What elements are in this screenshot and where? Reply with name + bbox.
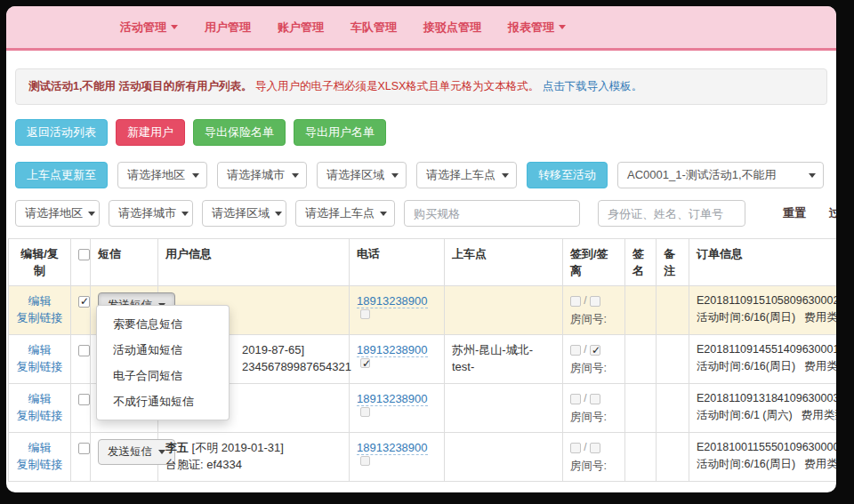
city-select[interactable]: 请选择城市 xyxy=(217,162,307,188)
nav-label: 活动管理 xyxy=(120,20,166,36)
back-to-activity-list-button[interactable]: 返回活动列表 xyxy=(15,119,108,146)
signout-checkbox[interactable] xyxy=(590,394,600,404)
activity-select[interactable]: AC0001_1-测试活动1,不能用 xyxy=(617,162,824,188)
export-users-button[interactable]: 导出用户名单 xyxy=(294,119,386,146)
nav-item-report-mgmt[interactable]: 报表管理 xyxy=(508,20,566,36)
top-navbar: 活动管理 用户管理 账户管理 车队管理 接驳点管理 报表管理 xyxy=(6,6,836,51)
row-checkbox[interactable] xyxy=(78,443,90,454)
export-insurance-button[interactable]: 导出保险名单 xyxy=(193,119,286,146)
edit-link[interactable]: 编辑 xyxy=(16,341,63,358)
phone-checkbox[interactable] xyxy=(360,309,370,319)
col-signature: 签名 xyxy=(625,239,657,286)
order-fee: 费用类型 xyxy=(804,458,836,470)
order-cell: E20181109131841096300031 活动时间:6/1 (周六)费用… xyxy=(689,384,837,433)
pickup-filter-select[interactable]: 请选择上车点 xyxy=(295,200,395,227)
spec-input[interactable] xyxy=(404,200,580,227)
action-buttons-row: 返回活动列表 新建用户 导出保险名单 导出用户名单 xyxy=(15,119,827,146)
nav-item-fleet-mgmt[interactable]: 车队管理 xyxy=(350,20,397,36)
edit-link[interactable]: 编辑 xyxy=(16,439,63,456)
chevron-down-icon xyxy=(292,173,299,178)
city-filter-select[interactable]: 请选择城市 xyxy=(109,200,193,227)
nav-label: 用户管理 xyxy=(205,20,251,36)
order-number: E20181109151058096300025 xyxy=(697,292,836,309)
select-value: 请选择地区 xyxy=(25,205,83,221)
pickup-cell xyxy=(445,286,563,335)
order-time: 活动时间:6/16(周日) xyxy=(697,458,795,470)
order-cell: E20181001155501096300003 活动时间:6/16(周日)费用… xyxy=(689,433,837,482)
transfer-to-activity-button[interactable]: 转移至活动 xyxy=(527,162,608,188)
col-user-info: 用户信息 xyxy=(158,239,350,286)
phone-checkbox[interactable] xyxy=(360,358,370,368)
signout-checkbox[interactable] xyxy=(590,345,600,356)
reset-button[interactable]: 重置 xyxy=(779,205,810,221)
region-filter-select[interactable]: 请选择地区 xyxy=(15,200,100,227)
phone-link[interactable]: 18913238900 xyxy=(357,392,428,406)
search-input[interactable] xyxy=(598,200,745,227)
col-note: 备注 xyxy=(657,239,689,286)
signout-checkbox[interactable] xyxy=(590,443,600,453)
pickup-cell: 苏州-昆山-城北-test- xyxy=(445,335,563,384)
user-name: 李五 xyxy=(165,441,189,454)
select-value: 请选择区域 xyxy=(212,205,270,221)
edit-link[interactable]: 编辑 xyxy=(16,292,63,309)
row-checkbox[interactable] xyxy=(78,394,90,405)
info-alert: 测试活动1,不能用 活动项目的所有用户列表。 导入用户的电子档必须是XLSX格式… xyxy=(15,68,827,105)
pickup-transfer-row: 上车点更新至 请选择地区 请选择城市 请选择区域 请选择上车点 转移至活动 AC… xyxy=(15,162,827,188)
menu-item-cancel-notice-sms[interactable]: 不成行通知短信 xyxy=(97,388,229,414)
district-filter-select[interactable]: 请选择区域 xyxy=(202,200,286,227)
col-sign: 签到/签离 xyxy=(563,239,625,286)
menu-item-econtract-sms[interactable]: 电子合同短信 xyxy=(97,363,229,388)
select-all-checkbox[interactable] xyxy=(78,249,90,260)
row-checkbox[interactable] xyxy=(78,345,90,356)
pickup-cell xyxy=(445,433,563,482)
signin-checkbox[interactable] xyxy=(570,345,581,356)
edit-link[interactable]: 编辑 xyxy=(16,390,63,407)
nav-item-account-mgmt[interactable]: 账户管理 xyxy=(278,20,324,36)
col-order-info: 订单信息 xyxy=(689,239,837,286)
region-select[interactable]: 请选择地区 xyxy=(117,162,207,188)
sign-separator: / xyxy=(584,392,586,404)
signin-checkbox[interactable] xyxy=(570,394,581,404)
copy-link[interactable]: 复制链接 xyxy=(16,309,63,326)
signin-checkbox[interactable] xyxy=(570,443,581,453)
nav-item-shuttle-point-mgmt[interactable]: 接驳点管理 xyxy=(423,20,481,36)
signout-checkbox[interactable] xyxy=(590,296,600,307)
signin-checkbox[interactable] xyxy=(570,296,581,307)
sign-separator: / xyxy=(584,294,586,307)
chevron-down-icon xyxy=(181,212,189,216)
menu-item-activity-notice-sms[interactable]: 活动通知短信 xyxy=(97,337,229,363)
phone-checkbox[interactable] xyxy=(360,456,370,466)
row-checkbox[interactable] xyxy=(78,296,90,308)
select-value: 请选择上车点 xyxy=(426,167,495,183)
phone-checkbox[interactable] xyxy=(360,407,370,417)
sms-dropdown-menu: 索要信息短信 活动通知短信 电子合同短信 不成行通知短信 xyxy=(96,305,230,420)
phone-link[interactable]: 18913238900 xyxy=(357,441,428,455)
order-time: 活动时间:6/16(周日) xyxy=(697,311,795,324)
nav-item-activity-mgmt[interactable]: 活动管理 xyxy=(120,20,178,36)
order-fee: 费用类型 xyxy=(804,360,836,372)
menu-item-request-info-sms[interactable]: 索要信息短信 xyxy=(97,311,229,337)
update-pickup-button[interactable]: 上车点更新至 xyxy=(15,162,108,188)
pickup-point-select[interactable]: 请选择上车点 xyxy=(416,162,517,188)
user-info-line1: [不明 2019-01-31] xyxy=(189,441,284,454)
nav-item-user-mgmt[interactable]: 用户管理 xyxy=(205,20,251,36)
signature-cell xyxy=(625,384,657,433)
room-label: 房间号: xyxy=(570,409,617,426)
chevron-down-icon xyxy=(391,173,399,178)
send-sms-button[interactable]: 发送短信 xyxy=(98,439,175,465)
col-pickup: 上车点 xyxy=(445,239,563,286)
col-edit-copy: 编辑/复制 xyxy=(9,239,71,286)
note-cell xyxy=(657,335,689,384)
phone-link[interactable]: 18913238900 xyxy=(357,294,428,308)
copy-link[interactable]: 复制链接 xyxy=(16,358,63,375)
nav-label: 账户管理 xyxy=(278,20,324,36)
district-select[interactable]: 请选择区域 xyxy=(317,162,407,188)
select-value: 请选择上车点 xyxy=(305,205,375,221)
new-user-button[interactable]: 新建用户 xyxy=(116,119,185,146)
select-value: 请选择城市 xyxy=(118,205,176,221)
copy-link[interactable]: 复制链接 xyxy=(16,456,63,473)
download-template-link[interactable]: 点击下载导入模板。 xyxy=(543,80,643,92)
copy-link[interactable]: 复制链接 xyxy=(16,407,63,424)
filter-button[interactable]: 过滤 xyxy=(826,205,836,221)
order-number: E20181109145514096300019 xyxy=(697,341,836,358)
